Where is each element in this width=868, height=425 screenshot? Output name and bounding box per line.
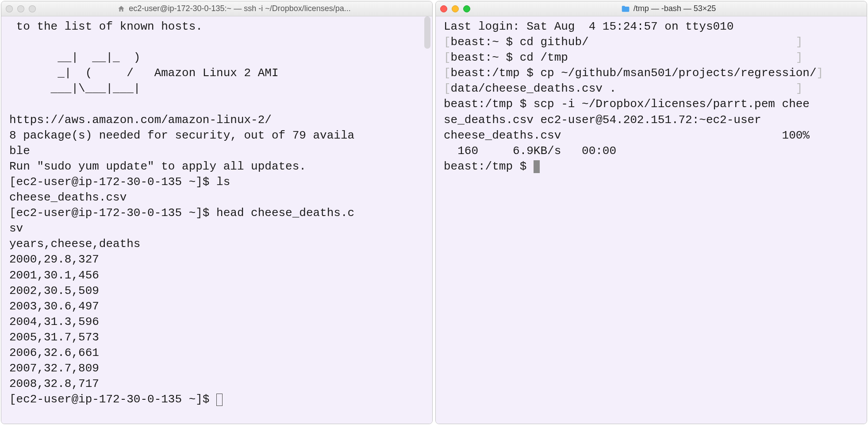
scrollbar-thumb[interactable] <box>424 16 430 49</box>
prompt: beast:/tmp $ <box>444 160 534 173</box>
title-center: ec2-user@ip-172-30-0-135:~ — ssh -i ~/Dr… <box>40 4 428 13</box>
terminal-window-right[interactable]: /tmp — -bash — 53×25 Last login: Sat Aug… <box>435 1 867 424</box>
cursor <box>216 394 223 406</box>
wrap-bracket-close: ] <box>817 66 824 80</box>
terminal-output-right[interactable]: Last login: Sat Aug 4 15:24:57 on ttys01… <box>436 16 867 424</box>
terminal-line: beast:~ $ cd github/ <box>451 35 589 49</box>
wrap-bracket-close: ] <box>568 51 803 64</box>
minimize-button[interactable] <box>17 5 24 12</box>
wrap-bracket-open: [ <box>444 51 451 64</box>
home-icon <box>117 5 125 13</box>
terminal-line: cheese_deaths.csv 100% <box>444 129 810 142</box>
window-controls <box>440 5 470 12</box>
terminal-output-left[interactable]: to the list of known hosts. __| __|_ ) _… <box>1 16 432 424</box>
scrollbar-right[interactable] <box>858 16 866 423</box>
scrollbar-left[interactable] <box>423 16 431 423</box>
minimize-button[interactable] <box>452 5 459 12</box>
window-controls <box>6 5 36 12</box>
close-button[interactable] <box>6 5 13 12</box>
close-button[interactable] <box>440 5 447 12</box>
terminal-line: beast:~ $ cd /tmp <box>451 51 568 64</box>
terminal-window-left[interactable]: ec2-user@ip-172-30-0-135:~ — ssh -i ~/Dr… <box>1 1 433 424</box>
desktop: ec2-user@ip-172-30-0-135:~ — ssh -i ~/Dr… <box>0 0 868 425</box>
titlebar-right[interactable]: /tmp — -bash — 53×25 <box>436 1 867 16</box>
title-center: /tmp — -bash — 53×25 <box>475 4 862 13</box>
terminal-line: se_deaths.csv ec2-user@54.202.151.72:~ec… <box>444 113 761 127</box>
titlebar-left[interactable]: ec2-user@ip-172-30-0-135:~ — ssh -i ~/Dr… <box>1 1 432 16</box>
folder-icon <box>621 5 630 13</box>
wrap-bracket-close: ] <box>616 82 803 95</box>
wrap-bracket-close: ] <box>589 35 803 49</box>
terminal-line: 160 6.9KB/s 00:00 <box>444 144 616 158</box>
terminal-line: beast:/tmp $ scp -i ~/Dropbox/licenses/p… <box>444 97 810 111</box>
terminal-line: data/cheese_deaths.csv . <box>451 82 616 95</box>
window-title: /tmp — -bash — 53×25 <box>634 4 716 13</box>
wrap-bracket-open: [ <box>444 82 451 95</box>
zoom-button[interactable] <box>29 5 36 12</box>
wrap-bracket-open: [ <box>444 66 451 80</box>
terminal-line: beast:/tmp $ cp ~/github/msan501/project… <box>451 66 817 80</box>
cursor <box>534 160 540 173</box>
terminal-line: Last login: Sat Aug 4 15:24:57 on ttys01… <box>444 20 734 33</box>
window-title: ec2-user@ip-172-30-0-135:~ — ssh -i ~/Dr… <box>129 4 351 13</box>
zoom-button[interactable] <box>463 5 470 12</box>
wrap-bracket-open: [ <box>444 35 451 49</box>
